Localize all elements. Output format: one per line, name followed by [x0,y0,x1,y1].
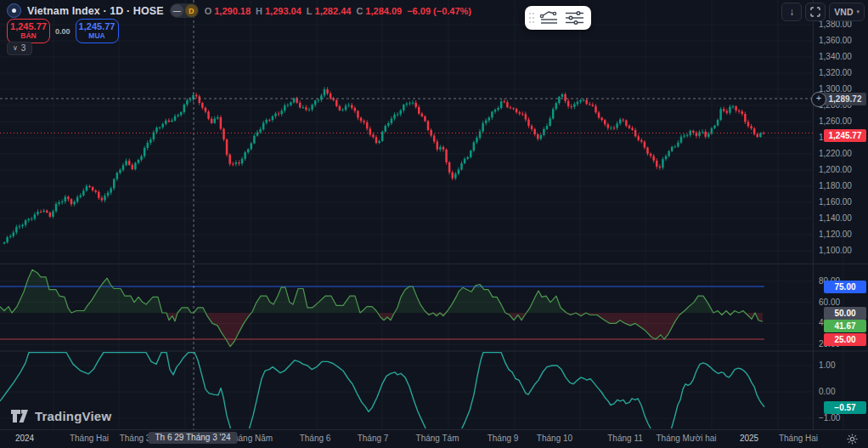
symbol-legend: Vietnam Index · 1D · HOSE — D O 1,290.18… [7,3,471,18]
axis-tick: 1,320.00 [819,68,865,77]
collapse-indicators-button[interactable]: ∨ 3 [7,42,32,55]
low-label: L [307,6,313,16]
high-value: 1,293.04 [265,6,302,16]
add-order-plus-button[interactable]: + [811,92,826,107]
minus-icon[interactable]: — [171,4,183,17]
crosshair-date-badge: Th 6 29 Tháng 3 '24 [148,432,237,444]
ohlc-readout: O 1,290.18 H 1,293.04 L 1,282.44 C 1,284… [205,6,471,16]
chart-root: Vietnam Index · 1D · HOSE — D O 1,290.18… [0,0,868,448]
close-value: 1,284.09 [365,6,402,16]
rsi-lower-band-badge: 25.00 [824,333,866,346]
time-axis-label: 2024 [15,434,34,443]
osc-last-badge: −0.57 [824,401,866,414]
high-label: H [256,6,262,16]
open-label: O [205,6,212,16]
axis-tick: 1,340.00 [819,52,865,61]
axis-tick: 1,260.00 [819,116,865,126]
settings-gear-button[interactable] [847,434,858,445]
axis-tick: 1.00 [819,360,865,370]
time-axis-label: Tháng 6 [300,434,331,443]
last-price-badge: 1,245.77 [824,129,866,142]
close-label: C [356,6,363,16]
rsi-upper-band-badge: 75.00 [824,281,866,293]
time-axis-label: Tháng 10 [537,434,572,443]
time-axis-label: Tháng Hai [70,434,109,443]
download-icon: ↓ [789,6,794,18]
axis-tick: 1,360.00 [819,36,865,45]
interval-badge[interactable]: D [185,4,198,17]
chart-canvas[interactable] [0,0,868,448]
time-axis-label: Tháng 9 [488,434,519,443]
low-value: 1,282.44 [315,6,352,16]
crosshair-price-badge: 1,289.72 [824,93,866,105]
axis-tick: 1,120.00 [819,230,865,239]
time-axis-label: Tháng Mười hai [656,434,716,443]
top-right-controls: ↓ VND ▾ [781,3,865,21]
indicator-settings-icon[interactable] [564,10,586,26]
axis-tick: 1,140.00 [819,213,865,223]
time-axis-label: Tháng 11 [607,434,643,443]
download-button[interactable]: ↓ [781,3,802,21]
buy-label: MUA [88,32,104,40]
collapse-count: 3 [21,43,26,53]
sell-label: BÁN [20,32,36,40]
floating-toolbar [525,6,591,30]
rsi-mid-badge: 50.00 [824,307,866,320]
time-axis-label: Tháng 3 [120,434,151,443]
spread-value: 0.00 [55,27,70,36]
axis-tick: 60.00 [819,298,865,307]
rsi-last-badge: 41.67 [824,320,866,332]
axis-tick: 1,200.00 [819,165,865,174]
axis-tick: −1.00 [819,413,865,422]
tradingview-logo-icon [10,409,29,423]
tradingview-logo-text: TradingView [35,409,111,423]
gear-icon [847,434,858,445]
open-value: 1,290.18 [214,6,251,16]
currency-label: VND [834,7,853,17]
interval-pill: — D [170,3,199,18]
trendline-tool-icon[interactable] [538,10,561,26]
chevron-down-icon: ∨ [13,44,18,52]
axis-tick: 1,180.00 [819,181,865,190]
change-value: −6.09 (−0.47%) [407,6,471,16]
axis-tick: 1,160.00 [819,197,865,207]
price-axis[interactable]: 1,380.001,360.001,340.001,320.001,300.00… [813,0,868,429]
buy-button[interactable]: 1,245.77 MUA [76,19,119,43]
axis-tick: 1,220.00 [819,149,865,158]
tradingview-logo[interactable]: TradingView [10,409,111,423]
time-axis-label: Tháng 7 [358,434,389,443]
currency-dropdown[interactable]: VND ▾ [829,3,865,21]
time-axis[interactable]: 2024Tháng HaiTháng 3Th 6 29 Tháng 3 '24T… [0,429,868,448]
fullscreen-button[interactable] [805,3,826,21]
axis-tick: 1,100.00 [819,246,865,255]
drag-handle-icon[interactable] [528,12,535,24]
axis-tick: 0.00 [819,387,865,396]
fullscreen-icon [810,7,820,17]
time-axis-label: Tháng Tám [416,434,459,443]
sell-button[interactable]: 1,245.77 BÁN [7,19,50,43]
time-axis-label: Tháng Hai [779,434,818,443]
caret-down-icon: ▾ [856,9,860,15]
symbol-title[interactable]: Vietnam Index · 1D · HOSE [27,5,164,17]
symbol-logo-icon[interactable] [7,3,21,18]
trade-panel: 1,245.77 BÁN 0.00 1,245.77 MUA [7,19,119,43]
time-axis-label: 2025 [740,434,758,443]
